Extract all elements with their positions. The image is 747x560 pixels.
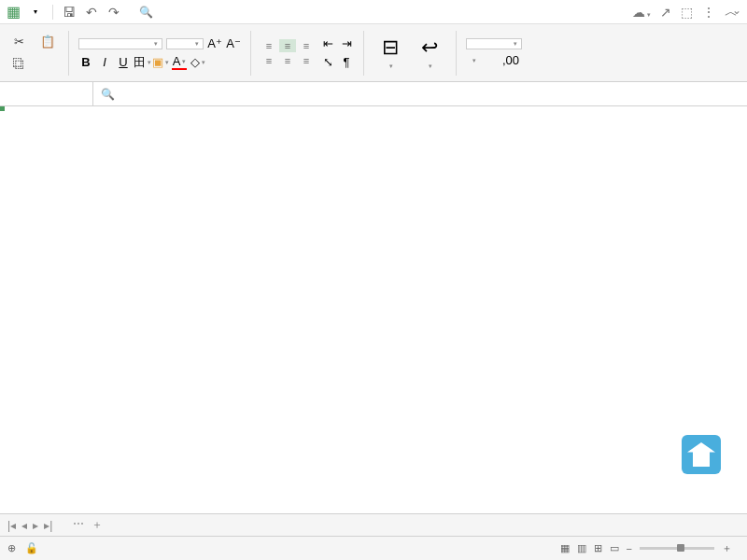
percent-icon[interactable] [485, 53, 500, 68]
increase-font-icon[interactable]: A⁺ [207, 36, 222, 51]
align-top-left-icon[interactable]: ≡ [261, 39, 277, 52]
format-painter-button[interactable] [36, 63, 44, 66]
redo-icon[interactable]: ↷ [104, 2, 124, 22]
first-sheet-icon[interactable]: |◂ [7, 519, 16, 532]
decrease-indent-icon[interactable]: ⇤ [320, 36, 335, 51]
cloud-icon[interactable]: ☁ [632, 5, 651, 20]
font-size-select[interactable] [166, 38, 204, 49]
merge-icon: ⊟ [379, 36, 402, 59]
copy-icon: ⿻ [11, 57, 26, 72]
align-top-center-icon[interactable]: ≡ [279, 39, 296, 52]
settings-icon[interactable]: ⬚ [681, 5, 693, 20]
separator [68, 31, 69, 76]
search-button[interactable]: 🔍 [139, 6, 157, 19]
align-grid: ≡ ≡ ≡ ≡ ≡ ≡ [261, 39, 315, 67]
separator [250, 31, 251, 76]
sheet-nav: |◂ ◂ ▸ ▸| [7, 519, 52, 532]
lookup-icon[interactable]: 🔍 [101, 88, 115, 101]
separator [52, 5, 53, 20]
align-top-right-icon[interactable]: ≡ [298, 39, 315, 52]
merge-center-button[interactable]: ⊟ [374, 35, 407, 72]
font-color-icon[interactable]: A [172, 55, 187, 70]
increase-indent-icon[interactable]: ⇥ [339, 36, 354, 51]
active-cell-outline [0, 106, 4, 110]
indent-group: ⇤ ⇥ ⤡ ¶ [320, 36, 354, 70]
align-bottom-right-icon[interactable]: ≡ [298, 54, 315, 67]
scissors-icon: ✂ [11, 35, 26, 49]
zoom-out-icon[interactable]: − [627, 543, 632, 554]
menubar: ▦ 🖫 ↶ ↷ 🔍 ☁ ↗ ⬚ ⋮ ︿ [0, 0, 747, 24]
clipboard-group: ✂ 📋 ⿻ [7, 33, 59, 74]
zoom-slider[interactable] [640, 547, 714, 550]
bold-icon[interactable]: B [78, 55, 93, 70]
rtl-icon[interactable]: ¶ [339, 55, 354, 70]
sheet-tab-bar: |◂ ◂ ▸ ▸| ⋯ ＋ [0, 513, 747, 536]
next-sheet-icon[interactable]: ▸ [33, 519, 38, 532]
cell-style-icon[interactable]: ◇ [190, 55, 205, 70]
formula-bar[interactable]: 🔍 [93, 88, 747, 101]
separator [456, 31, 457, 76]
watermark [682, 435, 728, 474]
view-page-icon[interactable]: ▥ [577, 542, 586, 554]
share-icon[interactable]: ↗ [660, 5, 671, 20]
clipboard-icon: 📋 [40, 35, 55, 49]
view-split-icon[interactable]: ⊞ [594, 542, 602, 554]
number-format-select[interactable] [466, 38, 522, 49]
more-sheets-icon[interactable]: ⋯ [73, 517, 84, 533]
orientation-icon[interactable]: ⤡ [320, 55, 335, 70]
options-icon[interactable]: ⊕ [7, 542, 16, 554]
ribbon: ✂ 📋 ⿻ A⁺ A⁻ B I U 田 ▣ A ◇ ≡ ≡ ≡ [0, 24, 747, 82]
paste-button[interactable]: 📋 [36, 33, 59, 51]
app-logo-icon: ▦ [4, 3, 22, 21]
align-bottom-left-icon[interactable]: ≡ [261, 54, 277, 67]
wrap-icon: ↩ [418, 36, 441, 59]
status-bar: ⊕ 🔓 ▦ ▥ ⊞ ▭ − ＋ [0, 536, 747, 560]
zoom-in-icon[interactable]: ＋ [722, 541, 732, 555]
border-icon[interactable]: 田 [134, 55, 149, 70]
prev-sheet-icon[interactable]: ◂ [21, 519, 27, 532]
separator [363, 31, 364, 76]
currency-icon[interactable] [466, 53, 481, 68]
file-menu[interactable] [24, 6, 47, 18]
number-group: ,00 [466, 38, 522, 68]
view-normal-icon[interactable]: ▦ [560, 542, 570, 554]
add-sheet-icon[interactable]: ＋ [92, 517, 103, 533]
view-reading-icon[interactable]: ▭ [610, 542, 619, 554]
font-group: A⁺ A⁻ B I U 田 ▣ A ◇ [78, 36, 241, 70]
italic-icon[interactable]: I [97, 55, 112, 70]
last-sheet-icon[interactable]: ▸| [44, 519, 52, 532]
more-icon[interactable]: ⋮ [702, 5, 715, 20]
underline-icon[interactable]: U [116, 55, 131, 70]
doc-protect-status[interactable]: 🔓 [25, 542, 38, 554]
name-box[interactable] [0, 82, 93, 105]
fill-color-icon[interactable]: ▣ [153, 55, 168, 70]
menubar-right: ☁ ↗ ⬚ ⋮ ︿ [632, 4, 743, 21]
watermark-logo-icon [682, 435, 721, 474]
wrap-text-button[interactable]: ↩ [413, 35, 446, 72]
cut-button[interactable]: ✂ [7, 33, 33, 51]
save-icon[interactable]: 🖫 [59, 2, 79, 22]
sheet-add: ⋯ ＋ [73, 517, 103, 533]
copy-button[interactable]: ⿻ [7, 55, 33, 74]
expand-formula-icon[interactable]: ⌄ [732, 4, 741, 17]
formula-bar-row: 🔍 ⌄ [0, 82, 747, 106]
decrease-font-icon[interactable]: A⁻ [226, 36, 241, 51]
font-name-select[interactable] [78, 38, 162, 49]
undo-icon[interactable]: ↶ [81, 2, 102, 22]
comma-icon[interactable]: ,00 [503, 53, 518, 68]
align-group: ≡ ≡ ≡ ≡ ≡ ≡ [261, 39, 315, 67]
align-bottom-center-icon[interactable]: ≡ [279, 54, 296, 67]
sheet-area[interactable] [0, 106, 747, 521]
